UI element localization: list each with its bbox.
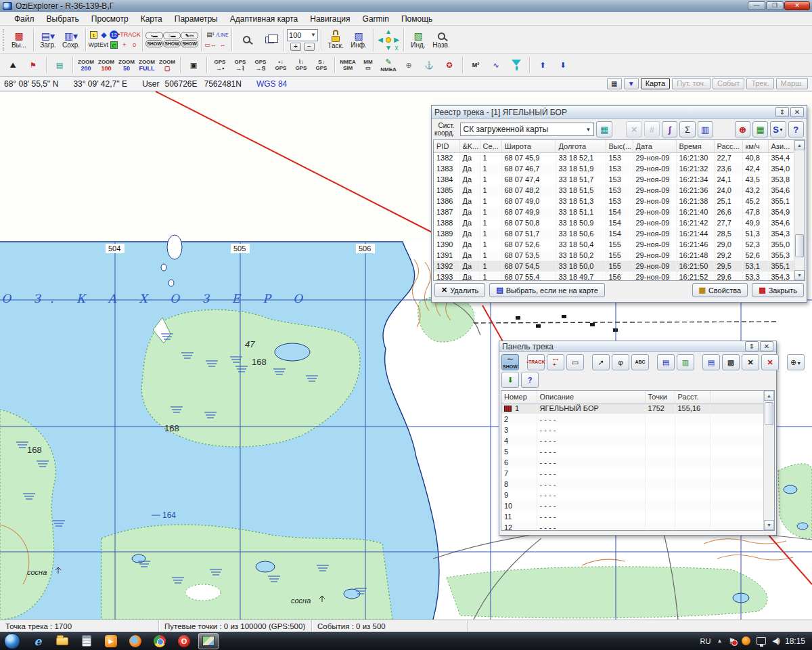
pan-center-icon[interactable] <box>386 37 391 43</box>
menu-item[interactable]: Garmin <box>357 13 395 25</box>
column-header[interactable]: Широта <box>501 140 556 152</box>
layers-button[interactable]: ▤ <box>49 56 70 74</box>
magnifier-button[interactable] <box>235 27 258 53</box>
info-button[interactable]: ▨ Инф. <box>347 27 370 53</box>
map-up-button[interactable]: ⬆ <box>533 56 553 74</box>
pan-right-icon[interactable]: ▶ <box>394 37 399 43</box>
map-image-button[interactable]: ▦ <box>607 78 622 89</box>
load-track-button[interactable]: ▤ <box>657 354 675 370</box>
column-header[interactable]: Выс(... <box>606 140 633 152</box>
tray-app-icon[interactable] <box>742 636 750 645</box>
table-row[interactable]: 11- - - - <box>501 511 763 522</box>
filter-button[interactable] <box>506 56 526 74</box>
save-track-button[interactable]: ▥ <box>677 354 694 370</box>
track-registry-dialog[interactable]: Реестр трека - [1] ЯГЕЛЬНЫЙ БОР ⇕ ✕ Сист… <box>431 105 807 303</box>
menu-item[interactable]: Выбрать <box>41 13 85 25</box>
panel-dialog-titlebar[interactable]: Панель трека ⇕ ✕ <box>499 341 776 352</box>
select-cursor-button[interactable]: ➚ <box>592 354 610 370</box>
move-down-button[interactable]: ⬇ <box>501 372 519 388</box>
gps-to-waypoint-button[interactable]: GPS →▪ <box>210 56 230 74</box>
table-row[interactable]: 1383Да168 07 46,733 18 51,915329-ноя-091… <box>434 163 794 174</box>
taskbar-calculator-icon[interactable] <box>76 633 97 649</box>
screen-lock-button[interactable]: ▣ <box>183 56 204 74</box>
column-header[interactable] <box>710 391 763 403</box>
table-row[interactable]: 1393Да168 07 55,433 18 49,715629-ноя-091… <box>434 272 794 280</box>
column-header[interactable]: Долгота <box>556 140 606 152</box>
track-from-gps-button[interactable]: ⌇↓ GPS <box>291 56 311 74</box>
table-row[interactable]: 7- - - - <box>501 468 763 479</box>
coordinate-system-select[interactable]: СК загруженной карты ▼ <box>460 123 595 136</box>
pan-close-icon[interactable]: x <box>395 45 399 51</box>
point-icon[interactable]: 12 <box>110 30 118 39</box>
track-show-toggle[interactable]: •▬ SHOW <box>145 32 163 47</box>
menu-item[interactable]: Файл <box>8 13 41 25</box>
table-row[interactable]: 1388Да168 07 50,833 18 50,915429-ноя-091… <box>434 217 794 228</box>
pan-up-icon[interactable]: ▲ <box>385 28 392 35</box>
table-row[interactable]: 1392Да168 07 54,533 18 50,015529-ноя-091… <box>434 261 794 272</box>
table-row[interactable]: 8- - - - <box>501 479 763 490</box>
show-track-toggle[interactable]: 〜 SHOW <box>501 354 519 370</box>
delete-point-button[interactable]: ✕ <box>626 121 641 137</box>
track-tab-button[interactable]: Трек. <box>746 78 773 89</box>
curve-button[interactable]: ∫ <box>662 121 677 137</box>
rollup-button[interactable]: ⇕ <box>745 341 759 351</box>
minimize-button[interactable]: — <box>748 1 765 10</box>
ruler-map-icon[interactable]: ▭↔ <box>204 41 217 48</box>
moving-map-button[interactable]: MM ▭ <box>358 56 378 74</box>
track-properties-button[interactable]: ▩ <box>722 354 740 370</box>
track-record-button[interactable]: •TRACK <box>527 354 545 370</box>
grid-button[interactable]: # <box>644 121 660 137</box>
language-indicator[interactable]: RU <box>700 637 711 645</box>
menu-item[interactable]: Параметры <box>168 13 224 25</box>
sum-button[interactable]: Σ <box>679 121 695 137</box>
list-button[interactable]: ▤ <box>702 354 720 370</box>
area-button[interactable]: M² <box>466 56 486 74</box>
scroll-up-icon[interactable]: ▲ <box>794 140 805 150</box>
anchor-button[interactable]: ⚓ <box>419 56 439 74</box>
pan-left-icon[interactable]: ◀ <box>378 37 383 43</box>
map-down-button[interactable]: ⬇ <box>553 56 573 74</box>
circle-point-icon[interactable]: o <box>133 41 136 48</box>
table-row[interactable]: 1386Да168 07 49,033 18 51,315329-ноя-091… <box>434 196 794 207</box>
map-number-icon[interactable]: ▤¹ <box>206 31 215 38</box>
table-row[interactable]: 10- - - - <box>501 500 763 511</box>
save-button[interactable]: ▥▾ Сохр. <box>60 27 83 53</box>
locate-on-map-button[interactable]: ⊕ <box>735 121 750 137</box>
add-track-point-button[interactable]: ▪-▪+ <box>547 354 564 370</box>
column-header[interactable]: Ази... <box>768 140 794 152</box>
taskbar-explorer-icon[interactable] <box>52 633 72 649</box>
column-header[interactable]: &K... <box>459 140 480 152</box>
registry-dialog-titlebar[interactable]: Реестр трека - [1] ЯГЕЛЬНЫЙ БОР ⇕ ✕ <box>432 106 807 119</box>
s-dropdown-button[interactable]: S▼ <box>770 121 786 137</box>
scroll-down-icon[interactable]: ▼ <box>794 270 805 280</box>
column-header[interactable]: Расст. <box>675 391 710 403</box>
help-button[interactable]: ? <box>521 372 539 388</box>
table-row[interactable]: 1384Да168 07 47,433 18 51,715329-ноя-091… <box>434 174 794 185</box>
nmea-log-button[interactable]: ✎ NMEA <box>378 56 399 74</box>
maximize-button[interactable]: ❐ <box>766 1 784 10</box>
profile-button[interactable]: ∿ <box>486 56 506 74</box>
windows-button[interactable] <box>258 27 281 53</box>
nmea-sim-button[interactable]: NMEA SIM <box>338 56 358 74</box>
pan-pad[interactable]: ▲ ◀▶ ▼x <box>376 28 401 52</box>
table-row[interactable]: 3- - - - <box>501 425 763 435</box>
image-button[interactable]: ▦ <box>752 121 768 137</box>
close-icon[interactable]: ✕ <box>790 107 804 117</box>
table-row[interactable]: 1382Да168 07 45,933 18 52,115329-ноя-091… <box>434 152 794 163</box>
taskbar-ie-icon[interactable]: e <box>28 633 48 649</box>
table-row[interactable]: 1391Да168 07 53,533 18 50,215529-ноя-091… <box>434 250 794 261</box>
map-tab-button[interactable]: Карта <box>641 78 670 89</box>
table-row[interactable]: 5- - - - <box>501 446 763 457</box>
zoom-in-button[interactable]: + <box>290 43 301 51</box>
rollup-button[interactable]: ⇕ <box>775 107 789 117</box>
menu-item[interactable]: Карта <box>135 13 168 25</box>
menu-item[interactable]: Адаптивная карта <box>224 13 304 25</box>
map-pin-button[interactable]: ⚑ <box>23 56 43 74</box>
select-not-on-map-button[interactable]: ▤ Выбрать, если не на карте <box>489 283 605 297</box>
name-show-toggle[interactable]: ✎▭ SHOW <box>181 32 198 47</box>
route-tab-button[interactable]: Марш. <box>776 78 808 89</box>
table-row[interactable]: 12- - - - <box>501 522 763 530</box>
waypoint-from-gps-button[interactable]: ▪↓ GPS <box>271 56 291 74</box>
column-header[interactable]: Номер <box>501 391 537 403</box>
table-row[interactable]: 2- - - - <box>501 414 763 425</box>
